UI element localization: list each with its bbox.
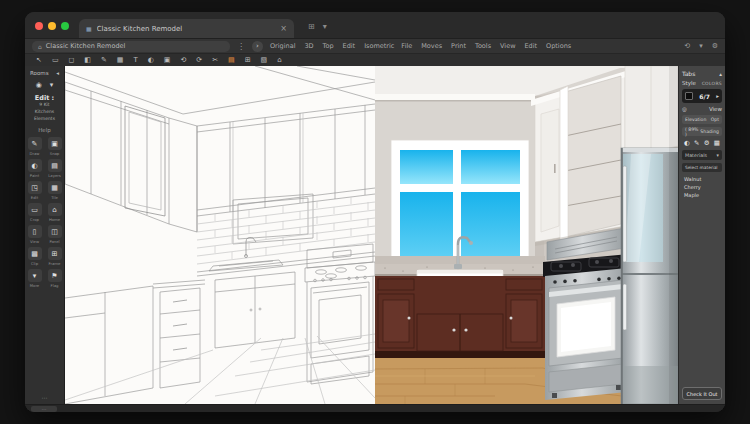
- tool-icon[interactable]: ▩: [28, 247, 42, 260]
- tool-strip-icon[interactable]: ⊞: [245, 56, 251, 64]
- menu-item[interactable]: View: [500, 42, 515, 50]
- tool-button[interactable]: ◫ Panel: [47, 225, 62, 244]
- search-dropdown-icon[interactable]: ▾: [717, 153, 719, 158]
- view-mode-item[interactable]: Top: [323, 42, 334, 50]
- next-swatch-icon[interactable]: ▸: [716, 93, 719, 99]
- tool-button[interactable]: ▣ Snap: [47, 137, 62, 156]
- tool-button[interactable]: ▯ View: [27, 225, 42, 244]
- tool-icon[interactable]: ⊞: [48, 247, 62, 260]
- view-mode-item[interactable]: Isometric: [364, 42, 394, 50]
- tool-icon[interactable]: ◫: [48, 225, 62, 238]
- tool-strip-icon[interactable]: ▧: [261, 56, 268, 64]
- elevation-row[interactable]: Elevation Opt: [682, 115, 722, 124]
- tool-icon[interactable]: ▣: [48, 137, 62, 150]
- settings-gear-icon[interactable]: ⚙: [712, 42, 718, 50]
- tool-button[interactable]: ⌂ Home: [47, 203, 62, 222]
- apps-grid-icon[interactable]: ⊞: [308, 22, 315, 31]
- run-button[interactable]: ›: [252, 41, 263, 52]
- tool-button[interactable]: ✎ Draw: [27, 137, 42, 156]
- menu-item[interactable]: File: [401, 42, 412, 50]
- zoom-window-button[interactable]: [61, 22, 69, 30]
- shading-row[interactable]: ( 89% ) Shading: [682, 127, 722, 136]
- rendered-view: [375, 66, 678, 404]
- tool-button[interactable]: ◳ Edit: [27, 181, 42, 200]
- gear-icon[interactable]: ⚙: [704, 139, 710, 147]
- tool-button[interactable]: ▦ Tile: [47, 181, 62, 200]
- material-item[interactable]: Maple: [684, 192, 720, 198]
- dropdown-icon[interactable]: ▾: [699, 42, 703, 50]
- menu-item[interactable]: Edit: [524, 42, 537, 50]
- tool-strip-icon[interactable]: ✂: [212, 56, 218, 64]
- color-swatch-row[interactable]: 6/7 ▸: [682, 89, 722, 103]
- edit-line: Elements: [34, 116, 55, 123]
- view-mode-item[interactable]: Edit: [343, 42, 356, 50]
- colors-link[interactable]: COLORS: [702, 81, 722, 86]
- help-label[interactable]: Help: [38, 127, 51, 133]
- tool-icon[interactable]: ▾: [28, 269, 42, 282]
- check-it-out-button[interactable]: Check It Out: [682, 387, 722, 400]
- tool-strip-icon[interactable]: ⟲: [180, 56, 186, 64]
- minimize-window-button[interactable]: [48, 22, 56, 30]
- tool-button[interactable]: ▭ Crop: [27, 203, 42, 222]
- panel-collapse-icon[interactable]: ▴: [719, 71, 722, 77]
- visibility-eye-icon[interactable]: ◉: [36, 81, 42, 89]
- sidebar-overflow-icon[interactable]: ⋯: [42, 394, 48, 401]
- tool-icon[interactable]: ✎: [28, 137, 42, 150]
- tool-strip-icon[interactable]: ▦: [117, 56, 124, 64]
- view-mode-item[interactable]: Original: [270, 42, 295, 50]
- tool-strip-icon[interactable]: ◧: [84, 56, 91, 64]
- tab-close-icon[interactable]: ×: [280, 24, 287, 33]
- view-mode-item[interactable]: 3D: [304, 42, 313, 50]
- tool-button[interactable]: ▾ More: [27, 269, 42, 288]
- tool-icon[interactable]: ▦: [48, 181, 62, 194]
- tool-icon[interactable]: ▭: [28, 203, 42, 216]
- tool-icon[interactable]: ▯: [28, 225, 42, 238]
- tab-bar-extras: ⊞ ▾: [308, 22, 327, 31]
- undo-icon[interactable]: ⟲: [684, 42, 690, 50]
- menu-item[interactable]: Moves: [421, 42, 442, 50]
- view-row[interactable]: ◎ View: [682, 106, 722, 112]
- tool-button[interactable]: ◐ Paint: [27, 159, 42, 178]
- tool-strip-icon[interactable]: ◻: [69, 56, 75, 64]
- panel-title: Tabs: [682, 70, 695, 77]
- menu-item[interactable]: Print: [451, 42, 466, 50]
- tool-button[interactable]: ▤ Layers: [47, 159, 62, 178]
- document-tab[interactable]: ▦ Classic Kitchen Remodel ×: [79, 19, 294, 38]
- pencil-icon[interactable]: ✎: [694, 139, 699, 147]
- tool-strip-icon[interactable]: ✎: [101, 56, 107, 64]
- tool-strip-icon[interactable]: ⌂: [277, 56, 281, 64]
- grid-icon[interactable]: ▦: [714, 139, 720, 147]
- status-overflow-button[interactable]: ⋯: [31, 406, 57, 412]
- material-item[interactable]: Cherry: [684, 184, 720, 190]
- design-canvas[interactable]: [65, 66, 678, 404]
- paint-icon[interactable]: ◐: [684, 139, 690, 147]
- menu-item[interactable]: Options: [546, 42, 571, 50]
- menu-bar: FileMovesPrintToolsViewEditOptions: [401, 42, 571, 50]
- tool-icon[interactable]: ⚑: [48, 269, 62, 282]
- close-window-button[interactable]: [35, 22, 43, 30]
- tool-strip-icon[interactable]: T: [133, 56, 137, 64]
- tool-icon[interactable]: ▤: [48, 159, 62, 172]
- tool-strip-icon[interactable]: ⟳: [196, 56, 202, 64]
- color-swatch[interactable]: [685, 92, 693, 100]
- menu-item[interactable]: Tools: [475, 42, 491, 50]
- tool-strip-icon[interactable]: ▭: [52, 56, 59, 64]
- tool-strip-icon[interactable]: ▤: [228, 56, 235, 64]
- kitchen-scene: [65, 66, 678, 404]
- tab-overflow-icon[interactable]: ▾: [323, 22, 327, 31]
- tool-icon[interactable]: ◳: [28, 181, 42, 194]
- tool-icon[interactable]: ⌂: [48, 203, 62, 216]
- tool-strip-icon[interactable]: ▣: [164, 56, 171, 64]
- expand-chevron-icon[interactable]: ▾: [50, 81, 54, 89]
- tool-button[interactable]: ▩ Clip: [27, 247, 42, 266]
- tool-button[interactable]: ⊞ Frame: [47, 247, 62, 266]
- materials-search-field[interactable]: Materials ▾: [682, 150, 722, 160]
- tool-strip-icon[interactable]: ◐: [148, 56, 154, 64]
- project-address-field[interactable]: ⌂ Classic Kitchen Remodel: [32, 41, 230, 52]
- tool-strip-icon[interactable]: ↖: [36, 56, 42, 64]
- material-item[interactable]: Walnut: [684, 176, 720, 182]
- tool-icon[interactable]: ◐: [28, 159, 42, 172]
- address-overflow-icon[interactable]: ⋮: [237, 42, 245, 51]
- tool-button[interactable]: ⚑ Flag: [47, 269, 62, 288]
- sidebar-collapse-icon[interactable]: ◂: [56, 70, 59, 76]
